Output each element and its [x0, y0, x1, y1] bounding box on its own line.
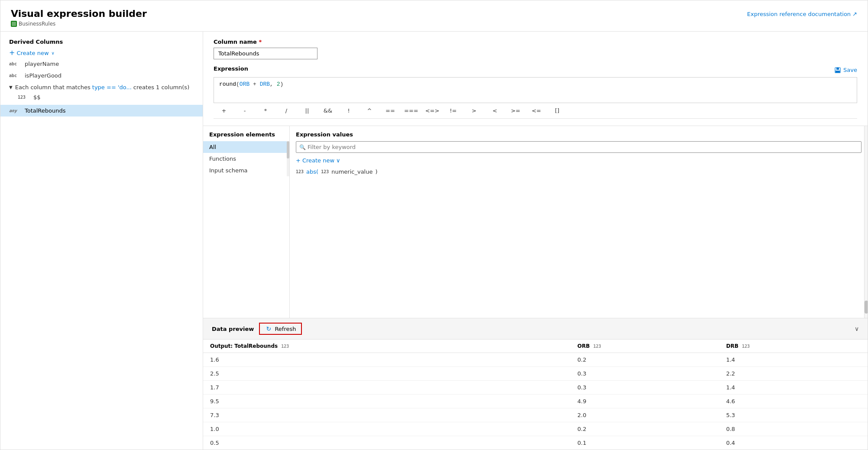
business-rules-label: BusinessRules — [19, 21, 55, 27]
op-multiply-button[interactable]: * — [255, 106, 276, 116]
expr-lower: Expression elements All Functions Input … — [203, 126, 868, 318]
op-bracket-button[interactable]: [] — [547, 106, 567, 116]
sidebar-section-title: Derived Columns — [0, 32, 203, 48]
group-suffix: creates 1 column(s) — [133, 84, 189, 91]
op-divide-button[interactable]: / — [276, 106, 297, 116]
col-header-drb: DRB 123 — [719, 340, 868, 353]
op-neq-button[interactable]: != — [443, 106, 463, 116]
expr-elem-all[interactable]: All — [203, 141, 289, 153]
scrollbar-right — [864, 126, 868, 318]
expr-values-title: Expression values — [296, 131, 862, 138]
op-minus-button[interactable]: - — [234, 106, 255, 116]
op-eq-button[interactable]: == — [380, 106, 401, 116]
sidebar-item-label: isPlayerGood — [25, 72, 62, 79]
values-create-new-button[interactable]: + Create new ∨ — [296, 157, 340, 164]
column-name-input[interactable] — [214, 48, 317, 59]
group-link[interactable]: type == 'do... — [92, 84, 132, 91]
save-button[interactable]: Save — [834, 67, 857, 74]
cell-orb: 0.2 — [570, 353, 719, 367]
group-sub-item[interactable]: 123 $$ — [18, 92, 194, 102]
sidebar-item-playerName[interactable]: abc playerName — [0, 58, 203, 70]
table-row: 1.7 0.3 1.4 — [203, 381, 868, 395]
data-preview-title: Data preview — [212, 326, 254, 332]
right-panel: Column name * Expression Save — [203, 32, 868, 450]
sidebar-group: ▼ Each column that matches type == 'do..… — [0, 81, 203, 105]
cell-output: 1.6 — [203, 353, 570, 367]
type-badge-num: 123 — [18, 95, 30, 100]
table-row: 2.5 0.3 2.2 — [203, 367, 868, 381]
filter-input[interactable] — [296, 141, 862, 153]
cell-output: 9.5 — [203, 395, 570, 408]
operator-toolbar: + - * / || && ! ^ == === <=> != > < >= <… — [214, 103, 857, 119]
op-gt-button[interactable]: > — [463, 106, 484, 116]
expr-punc: ) — [280, 81, 283, 87]
cell-output: 7.3 — [203, 408, 570, 422]
col-badge-123: 123 — [593, 344, 601, 349]
refresh-icon: ↻ — [265, 325, 272, 332]
filter-input-wrapper: 🔍 — [296, 141, 862, 153]
create-new-label: Create new — [302, 157, 334, 164]
expr-editor-wrapper: round(ORB + DRB, 2) — [214, 77, 857, 103]
search-icon: 🔍 — [299, 144, 306, 150]
expand-arrow-icon: ▼ — [9, 85, 13, 90]
group-sub: 123 $$ — [9, 92, 194, 102]
expr-ref-link-label: Expression reference documentation — [747, 11, 851, 17]
plus-icon: + — [9, 49, 15, 56]
op-plus-button[interactable]: + — [214, 106, 234, 116]
column-name-label: Column name * — [214, 39, 857, 45]
op-spaceship-button[interactable]: <=> — [422, 106, 443, 116]
op-and-button[interactable]: && — [317, 106, 338, 116]
col-badge-123: 123 — [742, 344, 750, 349]
table-row: 9.5 4.9 4.6 — [203, 395, 868, 408]
header-left: Visual expression builder BusinessRules — [11, 8, 147, 27]
sidebar-group-header[interactable]: ▼ Each column that matches type == 'do..… — [9, 84, 194, 91]
cell-output: 0.5 — [203, 436, 570, 450]
plus-icon: + — [296, 157, 301, 164]
op-strict-eq-button[interactable]: === — [401, 106, 422, 116]
expr-fn: round — [219, 81, 236, 87]
expr-punc: + — [249, 81, 259, 87]
create-new-button[interactable]: + Create new ∨ — [0, 48, 203, 58]
table-row: 1.0 0.2 0.8 — [203, 422, 868, 436]
data-preview-header: Data preview ↻ Refresh ∨ — [203, 318, 868, 340]
op-lt-button[interactable]: < — [484, 106, 505, 116]
expr-elem-input-schema[interactable]: Input schema — [203, 165, 289, 176]
table-row: 0.5 0.1 0.4 — [203, 436, 868, 450]
data-preview-left: Data preview ↻ Refresh — [212, 323, 302, 335]
op-gte-button[interactable]: >= — [505, 106, 526, 116]
scrollbar-track — [287, 141, 289, 176]
scrollbar-right-thumb — [865, 301, 868, 314]
type-badge-any: any — [9, 108, 21, 113]
expr-elem-functions[interactable]: Functions — [203, 153, 289, 165]
sidebar-items: abc playerName abc isPlayerGood ▼ Each c… — [0, 58, 203, 450]
cell-output: 1.0 — [203, 422, 570, 436]
expr-elements-title: Expression elements — [203, 131, 289, 141]
cell-output: 1.7 — [203, 381, 570, 395]
table-row: 7.3 2.0 5.3 — [203, 408, 868, 422]
header-right: Expression reference documentation ↗ — [747, 8, 857, 17]
expr-ref-link[interactable]: Expression reference documentation ↗ — [747, 11, 857, 17]
col-header-output: Output: TotalRebounds 123 — [203, 340, 570, 353]
abs-type-badge: 123 — [296, 169, 304, 174]
expression-editor[interactable]: round(ORB + DRB, 2) — [214, 77, 857, 103]
cell-drb: 0.8 — [719, 422, 868, 436]
sidebar: Derived Columns + Create new ∨ abc playe… — [0, 32, 203, 450]
op-not-button[interactable]: ! — [338, 106, 359, 116]
sidebar-item-TotalRebounds[interactable]: any TotalRebounds — [0, 105, 203, 117]
sidebar-item-label: TotalRebounds — [25, 107, 66, 114]
op-lte-button[interactable]: <= — [526, 106, 547, 116]
table-header-row: Output: TotalRebounds 123 ORB 123 DRB 12… — [203, 340, 868, 353]
abs-fn-label: abs( — [306, 168, 318, 175]
op-caret-button[interactable]: ^ — [359, 106, 380, 116]
collapse-button[interactable]: ∨ — [855, 325, 859, 332]
expr-var-orb: ORB — [240, 81, 249, 87]
sidebar-item-isPlayerGood[interactable]: abc isPlayerGood — [0, 70, 203, 81]
refresh-button[interactable]: ↻ Refresh — [259, 323, 302, 335]
abs-entry[interactable]: 123 abs( 123 numeric_value ) — [296, 167, 862, 176]
cell-drb: 5.3 — [719, 408, 868, 422]
op-pipe-button[interactable]: || — [297, 106, 317, 116]
abs-close-paren: ) — [375, 168, 377, 175]
cell-orb: 0.3 — [570, 381, 719, 395]
chevron-down-icon: ∨ — [336, 157, 340, 164]
data-table-wrapper: Output: TotalRebounds 123 ORB 123 DRB 12… — [203, 340, 868, 450]
